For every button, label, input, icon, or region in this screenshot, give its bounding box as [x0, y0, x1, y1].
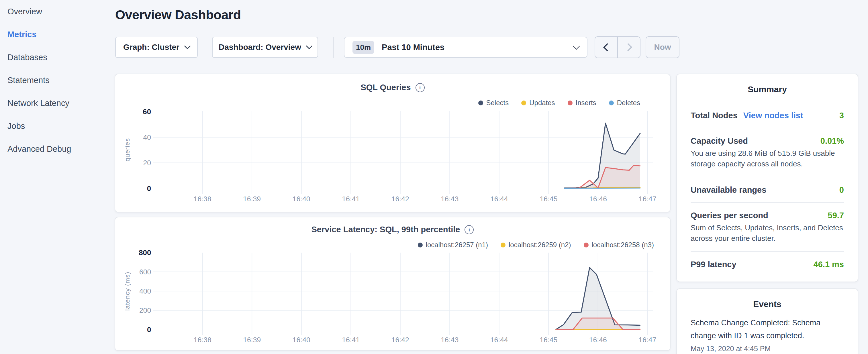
legend-dot-icon [418, 243, 423, 248]
chevron-left-icon [603, 43, 611, 51]
svg-text:16:44: 16:44 [490, 195, 508, 203]
legend-label: localhost:26257 (n1) [426, 241, 488, 249]
sidebar-item-databases[interactable]: Databases [0, 46, 115, 69]
svg-text:200: 200 [139, 307, 151, 314]
svg-text:40: 40 [143, 133, 151, 141]
graph-dropdown[interactable]: Graph: Cluster [115, 37, 198, 58]
legend-label: Deletes [617, 99, 640, 107]
time-step-buttons [595, 36, 641, 58]
svg-text:16:46: 16:46 [589, 336, 607, 344]
time-range-badge: 10m [352, 41, 374, 54]
svg-text:16:43: 16:43 [441, 336, 459, 344]
legend-item[interactable]: localhost:26257 (n1) [418, 241, 488, 249]
summary-row-value: 46.1 ms [813, 260, 844, 269]
svg-text:16:40: 16:40 [292, 195, 310, 203]
summary-row-note: You are using 28.6 MiB of 515.9 GiB usab… [691, 148, 844, 169]
legend-item[interactable]: Deletes [609, 99, 640, 107]
sidebar-item-advanced-debug[interactable]: Advanced Debug [0, 137, 115, 160]
summary-row-label: Queries per second [691, 211, 768, 220]
event-timestamp: May 13, 2020 at 4:45 PM [691, 345, 844, 353]
summary-row-value: 59.7 [828, 211, 844, 220]
legend-dot-icon [521, 100, 526, 105]
legend-item[interactable]: Selects [478, 99, 509, 107]
svg-text:60: 60 [143, 108, 151, 116]
summary-row-value: 3 [839, 111, 844, 120]
chevron-down-icon [573, 43, 580, 50]
chevron-down-icon [306, 43, 313, 49]
legend-item[interactable]: Updates [521, 99, 555, 107]
chart-plot: 16:3816:3916:4016:4116:4216:4316:4416:45… [115, 74, 670, 212]
chart-title: SQL Queries [361, 83, 411, 92]
chart-header: Service Latency: SQL, 99th percentile i [115, 225, 670, 234]
svg-text:16:45: 16:45 [539, 336, 557, 344]
svg-text:800: 800 [139, 249, 151, 257]
legend-dot-icon [584, 243, 589, 248]
svg-text:20: 20 [143, 159, 151, 167]
legend-item[interactable]: localhost:26259 (n2) [501, 241, 571, 249]
svg-text:16:43: 16:43 [441, 195, 459, 203]
svg-text:16:39: 16:39 [243, 195, 261, 203]
legend-label: localhost:26258 (n3) [592, 241, 654, 249]
chart-title: Service Latency: SQL, 99th percentile [311, 225, 460, 234]
summary-row-label: Capacity Used [691, 136, 748, 146]
chart-plot: 16:3816:3916:4016:4116:4216:4316:4416:45… [115, 217, 670, 350]
summary-row: Unavailable ranges0 [691, 177, 844, 202]
dashboard-dropdown[interactable]: Dashboard: Overview [212, 37, 318, 58]
summary-title: Summary [691, 74, 844, 94]
legend-dot-icon [609, 100, 614, 105]
sql-queries-chart-card: SQL Queries i SelectsUpdatesInsertsDelet… [115, 74, 671, 213]
info-icon[interactable]: i [465, 225, 474, 234]
legend-label: Inserts [576, 99, 596, 107]
view-nodes-list-link[interactable]: View nodes list [743, 111, 803, 120]
legend-dot-icon [478, 100, 483, 105]
info-icon[interactable]: i [415, 83, 425, 92]
svg-text:16:42: 16:42 [392, 336, 409, 344]
svg-text:0: 0 [147, 185, 151, 192]
sidebar-item-overview[interactable]: Overview [0, 0, 115, 23]
legend-item[interactable]: localhost:26258 (n3) [584, 241, 654, 249]
svg-text:16:46: 16:46 [589, 195, 607, 203]
summary-row: Queries per second59.7Sum of Selects, Up… [691, 202, 844, 251]
legend-label: Selects [486, 99, 509, 107]
legend-dot-icon [568, 100, 572, 105]
page-title: Overview Dashboard [115, 7, 241, 22]
svg-text:16:38: 16:38 [194, 336, 212, 344]
sidebar-item-metrics[interactable]: Metrics [0, 23, 115, 46]
legend-dot-icon [501, 243, 505, 248]
sidebar-item-network-latency[interactable]: Network Latency [0, 92, 115, 115]
sidebar: OverviewMetricsDatabasesStatementsNetwor… [0, 0, 115, 160]
sidebar-item-jobs[interactable]: Jobs [0, 115, 115, 137]
svg-text:16:38: 16:38 [194, 195, 212, 203]
svg-text:16:41: 16:41 [342, 336, 360, 344]
summary-panel: Summary Total NodesView nodes list3Capac… [676, 74, 858, 282]
svg-text:400: 400 [139, 287, 151, 295]
summary-row: Capacity Used0.01%You are using 28.6 MiB… [691, 128, 844, 177]
now-button[interactable]: Now [646, 36, 679, 58]
time-back-button[interactable] [595, 37, 617, 58]
svg-text:16:45: 16:45 [539, 195, 557, 203]
svg-text:16:44: 16:44 [490, 336, 508, 344]
legend-label: Updates [529, 99, 555, 107]
svg-text:16:47: 16:47 [639, 195, 656, 203]
sidebar-item-statements[interactable]: Statements [0, 69, 115, 92]
legend-item[interactable]: Inserts [568, 99, 596, 107]
chart-legend: SelectsUpdatesInsertsDeletes [478, 99, 641, 107]
time-range-label: Past 10 Minutes [382, 43, 444, 52]
summary-row-label: Unavailable ranges [691, 185, 766, 195]
summary-row-note: Sum of Selects, Updates, Inserts, and De… [691, 223, 844, 244]
chart-legend: localhost:26257 (n1)localhost:26259 (n2)… [418, 241, 654, 249]
summary-row: P99 latency46.1 ms [691, 251, 844, 277]
svg-text:0: 0 [147, 326, 151, 334]
graph-dropdown-label: Graph: Cluster [123, 43, 179, 52]
summary-row-value: 0.01% [820, 136, 844, 146]
time-range-dropdown[interactable]: 10m Past 10 Minutes [344, 37, 587, 58]
chevron-right-icon [624, 43, 632, 51]
legend-label: localhost:26259 (n2) [509, 241, 571, 249]
summary-row: Total NodesView nodes list3 [691, 103, 844, 128]
summary-row-label: Total Nodes [691, 111, 738, 120]
svg-text:queries: queries [124, 138, 131, 162]
service-latency-chart-card: Service Latency: SQL, 99th percentile i … [115, 217, 671, 351]
svg-text:600: 600 [139, 268, 151, 276]
time-forward-button[interactable] [617, 37, 640, 58]
event-message: Schema Change Completed: Schema change w… [691, 317, 828, 342]
